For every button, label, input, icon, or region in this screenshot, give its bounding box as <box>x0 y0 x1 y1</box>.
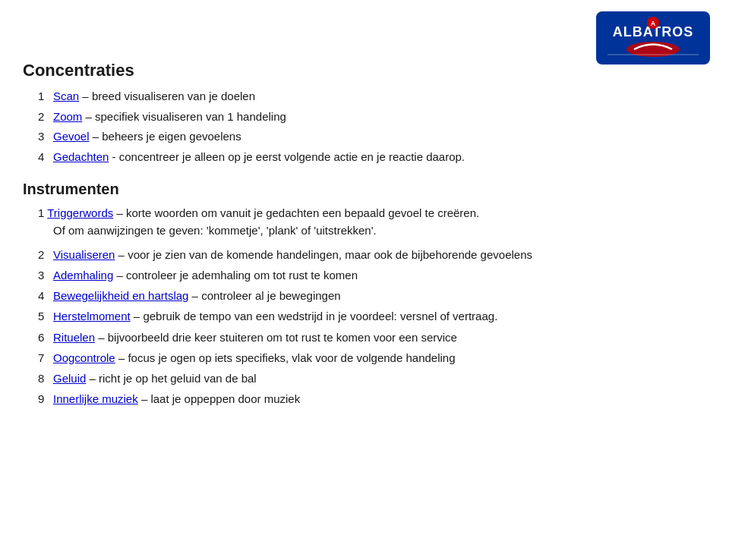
item-number: 5 <box>38 307 49 325</box>
item-number: 3 <box>38 266 49 284</box>
list-item: 1 Scan – breed visualiseren van je doele… <box>38 88 706 105</box>
list-item: 5 Herstelmoment – gebruik de tempo van e… <box>38 307 706 325</box>
instrumenten-title: Instrumenten <box>23 181 706 198</box>
item-content: Visualiseren – voor je zien van de komen… <box>53 246 706 263</box>
concentraties-list: 1 Scan – breed visualiseren van je doele… <box>38 88 706 165</box>
item-text: – laat je oppeppen door muziek <box>138 392 300 405</box>
item-text: – bijvoorbeeld drie keer stuiteren om to… <box>95 331 457 344</box>
item-content: Scan – breed visualiseren van je doelen <box>53 88 255 105</box>
item-number: 4 <box>38 287 49 304</box>
item-number: 4 <box>38 149 49 166</box>
item-content: Geluid – richt je op het geluid van de b… <box>53 370 706 387</box>
list-item: 9 Innerlijke muziek – laat je oppeppen d… <box>38 390 706 407</box>
item-text: – beheers je eigen gevoelens <box>90 130 241 143</box>
item-text: – richt je op het geluid van de bal <box>86 372 256 385</box>
oogcontrole-link[interactable]: Oogcontrole <box>53 351 115 364</box>
item-number: 1 <box>38 88 49 105</box>
logo: ALBATROS A <box>592 8 714 68</box>
item-number: 8 <box>38 370 49 387</box>
instrumenten-list: 2 Visualiseren – voor je zien van de kom… <box>38 246 706 408</box>
list-item: 2 Visualiseren – voor je zien van de kom… <box>38 246 706 263</box>
list-item: 2 Zoom – specifiek visualiseren van 1 ha… <box>38 109 706 126</box>
item-content: Bewegelijkheid en hartslag – controleer … <box>53 287 706 304</box>
list-item: 4 Bewegelijkheid en hartslag – controlee… <box>38 287 706 304</box>
item-text: – gebruik de tempo van een wedstrijd in … <box>131 310 498 322</box>
ademhaling-link[interactable]: Ademhaling <box>53 269 113 282</box>
item-text: – breed visualiseren van je doelen <box>79 90 255 102</box>
item-text: – korte woorden om vanuit je gedachten e… <box>113 206 479 219</box>
item-text: – voor je zien van de komende handelinge… <box>115 248 532 261</box>
list-item: 8 Geluid – richt je op het geluid van de… <box>38 370 706 387</box>
triggerwords-link[interactable]: Triggerwords <box>47 206 113 219</box>
gevoel-link[interactable]: Gevoel <box>53 130 90 143</box>
item-content: Gedachten - concentreer je alleen op je … <box>53 149 465 166</box>
item-number: 2 <box>38 246 49 263</box>
item-text: – focus je ogen op iets specifieks, vlak… <box>115 351 456 364</box>
item-content: Oogcontrole – focus je ogen op iets spec… <box>53 349 706 367</box>
geluid-link[interactable]: Geluid <box>53 372 86 385</box>
item-content: Innerlijke muziek – laat je oppeppen doo… <box>53 390 706 407</box>
item-text: – controleer je ademhaling om tot rust t… <box>113 269 358 282</box>
main-content: Concentraties 1 Scan – breed visualisere… <box>23 61 706 408</box>
list-item: 3 Ademhaling – controleer je ademhaling … <box>38 266 706 284</box>
item-content: Herstelmoment – gebruik de tempo van een… <box>53 307 706 325</box>
item-content: Zoom – specifiek visualiseren van 1 hand… <box>53 109 286 126</box>
scan-link[interactable]: Scan <box>53 90 79 102</box>
triggerwords-item: 1 Triggerwords – korte woorden om vanuit… <box>38 204 706 240</box>
triggerwords-extra: Of om aanwijzingen te geven: 'kommetje',… <box>53 222 377 239</box>
item-content: Gevoel – beheers je eigen gevoelens <box>53 128 241 146</box>
list-item: 3 Gevoel – beheers je eigen gevoelens <box>38 128 706 146</box>
item-text: – specifiek visualiseren van 1 handeling <box>82 110 286 123</box>
item-number: 1 <box>38 206 47 219</box>
zoom-link[interactable]: Zoom <box>53 110 82 123</box>
item-number: 6 <box>38 329 49 346</box>
visualiseren-link[interactable]: Visualiseren <box>53 248 115 261</box>
list-item: 6 Rituelen – bijvoorbeeld drie keer stui… <box>38 329 706 346</box>
item-text: – controleer al je bewegingen <box>188 289 340 302</box>
list-item: 4 Gedachten - concentreer je alleen op j… <box>38 149 706 166</box>
rituelen-link[interactable]: Rituelen <box>53 331 95 344</box>
list-item: 7 Oogcontrole – focus je ogen op iets sp… <box>38 349 706 367</box>
svg-text:A: A <box>651 20 656 27</box>
herstelmoment-link[interactable]: Herstelmoment <box>53 310 131 322</box>
item-number: 3 <box>38 128 49 146</box>
item-number: 9 <box>38 390 49 407</box>
bewegelijkheid-link[interactable]: Bewegelijkheid en hartslag <box>53 289 188 302</box>
item-content: Rituelen – bijvoorbeeld drie keer stuite… <box>53 329 706 346</box>
item-number: 7 <box>38 349 49 367</box>
item-number: 2 <box>38 109 49 126</box>
innerlijke-muziek-link[interactable]: Innerlijke muziek <box>53 392 138 405</box>
item-text: - concentreer je alleen op je eerst volg… <box>109 150 465 163</box>
item-content: Ademhaling – controleer je ademhaling om… <box>53 266 706 284</box>
gedachten-link[interactable]: Gedachten <box>53 150 109 163</box>
